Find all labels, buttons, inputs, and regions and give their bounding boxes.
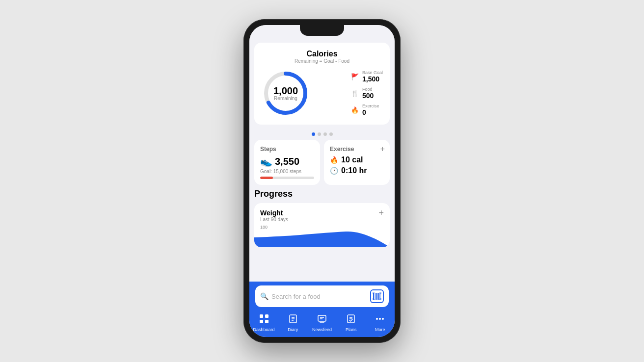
nav-dashboard-label: Dashboard [253, 327, 275, 332]
nav-dashboard[interactable]: Dashboard [253, 314, 275, 332]
ring-value: 1,000 [273, 86, 298, 96]
progress-section: Progress Weight Last 90 days + 180 [254, 189, 390, 247]
dot-4 [329, 132, 333, 136]
bottom-nav: Dashboard Diary [249, 311, 395, 337]
nav-plans-label: Plans [346, 327, 357, 332]
svg-rect-11 [265, 320, 268, 323]
exercise-value: 0 [362, 108, 379, 116]
nav-diary[interactable]: Diary [282, 314, 304, 332]
progress-heading: Progress [254, 189, 390, 199]
weight-subtitle: Last 90 days [260, 217, 384, 222]
steps-value: 👟 3,550 [260, 155, 314, 167]
steps-card: Steps 👟 3,550 Goal: 15,000 steps [254, 140, 320, 185]
food-info: Food 500 [362, 87, 374, 100]
exercise-add-button[interactable]: + [380, 145, 385, 154]
base-goal-info: Base Goal 1,500 [362, 70, 383, 83]
calories-stats: 🚩 Base Goal 1,500 🍴 Food 500 [350, 70, 383, 116]
flame-icon: 🔥 [330, 156, 338, 164]
exercise-cal-value: 10 cal [341, 155, 363, 164]
clock-icon: 🕐 [330, 167, 338, 175]
svg-rect-9 [265, 314, 268, 318]
plans-icon [346, 314, 356, 326]
steps-goal: Goal: 15,000 steps [260, 169, 314, 174]
svg-point-23 [379, 318, 381, 320]
exercise-icon: 🔥 [350, 106, 359, 114]
food-value: 500 [362, 92, 374, 100]
search-icon: 🔍 [260, 292, 268, 300]
exercise-cal-row: 🔥 10 cal [330, 155, 384, 164]
calories-card: Calories Remaining = Goal - Food 1,000 R… [254, 43, 390, 125]
calories-subtitle: Remaining = Goal - Food [261, 58, 383, 64]
base-goal-row: 🚩 Base Goal 1,500 [350, 70, 383, 83]
phone-frame: Calories Remaining = Goal - Food 1,000 R… [243, 19, 401, 343]
weight-card: Weight Last 90 days + 180 [254, 203, 390, 247]
svg-rect-5 [377, 293, 378, 300]
search-bar-container: 🔍 Search for a food [249, 282, 395, 311]
more-icon [375, 314, 385, 326]
shoe-icon: 👟 [260, 155, 272, 167]
svg-rect-10 [260, 320, 263, 323]
nav-newsfeed[interactable]: Newsfeed [311, 314, 333, 332]
dot-2 [318, 132, 321, 136]
steps-number: 3,550 [275, 156, 299, 167]
svg-rect-6 [378, 293, 379, 300]
base-goal-value: 1,500 [362, 75, 383, 83]
nav-diary-label: Diary [288, 327, 298, 332]
svg-rect-3 [375, 293, 376, 300]
nav-plans[interactable]: Plans [340, 314, 362, 332]
flag-icon: 🚩 [350, 73, 359, 80]
exercise-info: Exercise 0 [362, 103, 379, 116]
food-row: 🍴 Food 500 [350, 87, 383, 100]
weight-title: Weight [260, 209, 384, 217]
svg-point-22 [376, 318, 378, 320]
ring-label: Remaining [273, 96, 298, 101]
nav-more[interactable]: More [369, 314, 391, 332]
steps-progress-bar [260, 177, 314, 179]
dot-1 [312, 132, 315, 136]
barcode-icon[interactable] [370, 289, 384, 303]
exercise-card: Exercise + 🔥 10 cal 🕐 0:10 hr [324, 140, 390, 185]
ring-center: 1,000 Remaining [273, 86, 298, 101]
dashboard-icon [259, 314, 269, 326]
weight-add-button[interactable]: + [378, 208, 384, 218]
calories-title: Calories [261, 50, 383, 58]
newsfeed-icon [317, 314, 327, 326]
dot-3 [323, 132, 327, 136]
weight-chart [254, 223, 390, 247]
nav-more-label: More [375, 327, 385, 332]
notch [300, 25, 344, 36]
calories-ring: 1,000 Remaining [261, 69, 310, 118]
steps-title: Steps [260, 146, 314, 153]
exercise-time-row: 🕐 0:10 hr [330, 166, 384, 175]
calories-main: 1,000 Remaining 🚩 Base Goal 1,500 [261, 69, 383, 118]
base-goal-label: Base Goal [362, 70, 383, 75]
page-dots [249, 129, 395, 140]
svg-rect-7 [380, 293, 381, 300]
food-icon: 🍴 [350, 90, 359, 97]
search-placeholder: Search for a food [271, 293, 367, 300]
svg-rect-4 [376, 293, 377, 300]
search-bar[interactable]: 🔍 Search for a food [255, 285, 389, 307]
phone-screen: Calories Remaining = Goal - Food 1,000 R… [249, 25, 395, 337]
cards-row: Steps 👟 3,550 Goal: 15,000 steps Exercis… [254, 140, 390, 185]
exercise-label: Exercise [362, 103, 379, 108]
screen-content: Calories Remaining = Goal - Food 1,000 R… [249, 25, 395, 282]
exercise-stat-row: 🔥 Exercise 0 [350, 103, 383, 116]
exercise-time-value: 0:10 hr [341, 166, 367, 175]
nav-newsfeed-label: Newsfeed [312, 327, 332, 332]
food-label: Food [362, 87, 374, 92]
svg-rect-8 [260, 314, 263, 318]
steps-progress-fill [260, 177, 273, 179]
svg-rect-16 [318, 315, 326, 321]
diary-icon [288, 314, 298, 326]
exercise-card-title: Exercise [330, 146, 384, 153]
svg-point-24 [382, 318, 384, 320]
